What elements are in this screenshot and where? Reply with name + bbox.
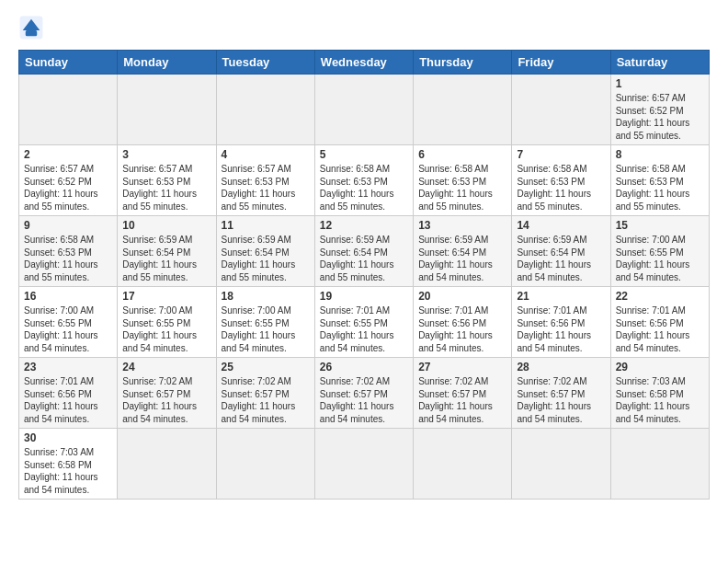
calendar-cell: 9Sunrise: 6:58 AMSunset: 6:53 PMDaylight… xyxy=(19,216,118,287)
day-number: 22 xyxy=(616,290,704,303)
calendar-cell: 23Sunrise: 7:01 AMSunset: 6:56 PMDayligh… xyxy=(19,358,118,429)
day-info: Sunrise: 7:00 AMSunset: 6:55 PMDaylight:… xyxy=(24,304,112,354)
weekday-header-sunday: Sunday xyxy=(19,51,118,75)
week-row-4: 16Sunrise: 7:00 AMSunset: 6:55 PMDayligh… xyxy=(19,287,710,358)
day-number: 17 xyxy=(122,290,210,303)
weekday-header-tuesday: Tuesday xyxy=(216,51,314,75)
weekday-header-friday: Friday xyxy=(512,51,610,75)
weekday-header-monday: Monday xyxy=(118,51,216,75)
calendar-cell: 17Sunrise: 7:00 AMSunset: 6:55 PMDayligh… xyxy=(118,287,216,358)
weekday-header-saturday: Saturday xyxy=(610,51,709,75)
calendar-cell: 8Sunrise: 6:58 AMSunset: 6:53 PMDaylight… xyxy=(610,145,709,216)
calendar-cell: 28Sunrise: 7:02 AMSunset: 6:57 PMDayligh… xyxy=(512,358,610,429)
calendar-cell: 15Sunrise: 7:00 AMSunset: 6:55 PMDayligh… xyxy=(610,216,709,287)
day-number: 18 xyxy=(222,290,310,303)
day-info: Sunrise: 7:02 AMSunset: 6:57 PMDaylight:… xyxy=(222,375,310,425)
day-number: 30 xyxy=(24,431,112,444)
day-info: Sunrise: 6:57 AMSunset: 6:52 PMDaylight:… xyxy=(616,92,704,142)
day-info: Sunrise: 7:00 AMSunset: 6:55 PMDaylight:… xyxy=(122,304,210,354)
calendar-cell: 24Sunrise: 7:02 AMSunset: 6:57 PMDayligh… xyxy=(118,358,216,429)
day-number: 7 xyxy=(517,148,605,161)
day-info: Sunrise: 7:01 AMSunset: 6:56 PMDaylight:… xyxy=(616,304,704,354)
day-info: Sunrise: 6:57 AMSunset: 6:52 PMDaylight:… xyxy=(24,163,112,213)
page: SundayMondayTuesdayWednesdayThursdayFrid… xyxy=(0,0,728,509)
calendar-cell: 3Sunrise: 6:57 AMSunset: 6:53 PMDaylight… xyxy=(118,145,216,216)
day-number: 5 xyxy=(320,148,408,161)
day-info: Sunrise: 6:58 AMSunset: 6:53 PMDaylight:… xyxy=(517,163,605,213)
calendar-cell: 7Sunrise: 6:58 AMSunset: 6:53 PMDaylight… xyxy=(512,145,610,216)
day-number: 9 xyxy=(24,219,112,232)
day-number: 20 xyxy=(418,290,506,303)
calendar-cell xyxy=(414,75,512,145)
day-info: Sunrise: 6:59 AMSunset: 6:54 PMDaylight:… xyxy=(222,234,310,283)
calendar-cell xyxy=(314,429,413,500)
weekday-header-row: SundayMondayTuesdayWednesdayThursdayFrid… xyxy=(19,51,710,75)
day-number: 8 xyxy=(616,148,704,161)
svg-rect-2 xyxy=(26,30,37,36)
calendar-cell: 2Sunrise: 6:57 AMSunset: 6:52 PMDaylight… xyxy=(19,145,118,216)
logo-icon xyxy=(18,15,44,40)
calendar-cell: 16Sunrise: 7:00 AMSunset: 6:55 PMDayligh… xyxy=(19,287,118,358)
calendar-cell xyxy=(414,429,512,500)
weekday-header-wednesday: Wednesday xyxy=(314,51,413,75)
calendar-cell: 11Sunrise: 6:59 AMSunset: 6:54 PMDayligh… xyxy=(216,216,314,287)
logo xyxy=(18,15,48,40)
calendar-cell: 1Sunrise: 6:57 AMSunset: 6:52 PMDaylight… xyxy=(610,75,709,145)
day-info: Sunrise: 7:01 AMSunset: 6:56 PMDaylight:… xyxy=(24,375,112,425)
day-number: 3 xyxy=(122,148,210,161)
day-number: 29 xyxy=(616,361,704,373)
day-info: Sunrise: 6:58 AMSunset: 6:53 PMDaylight:… xyxy=(616,163,704,213)
calendar-cell xyxy=(216,75,314,145)
calendar-cell: 20Sunrise: 7:01 AMSunset: 6:56 PMDayligh… xyxy=(414,287,512,358)
day-number: 24 xyxy=(122,361,210,373)
calendar-cell: 22Sunrise: 7:01 AMSunset: 6:56 PMDayligh… xyxy=(610,287,709,358)
day-number: 13 xyxy=(418,219,506,232)
day-number: 16 xyxy=(24,290,112,303)
calendar-cell xyxy=(314,75,413,145)
day-info: Sunrise: 6:57 AMSunset: 6:53 PMDaylight:… xyxy=(122,163,210,213)
calendar-cell: 13Sunrise: 6:59 AMSunset: 6:54 PMDayligh… xyxy=(414,216,512,287)
calendar-cell xyxy=(118,75,216,145)
day-info: Sunrise: 7:01 AMSunset: 6:56 PMDaylight:… xyxy=(517,304,605,354)
day-number: 10 xyxy=(122,219,210,232)
day-info: Sunrise: 6:59 AMSunset: 6:54 PMDaylight:… xyxy=(418,234,506,283)
calendar-cell xyxy=(512,429,610,500)
calendar-cell: 29Sunrise: 7:03 AMSunset: 6:58 PMDayligh… xyxy=(610,358,709,429)
day-number: 14 xyxy=(517,219,605,232)
week-row-1: 1Sunrise: 6:57 AMSunset: 6:52 PMDaylight… xyxy=(19,75,710,145)
calendar-cell: 18Sunrise: 7:00 AMSunset: 6:55 PMDayligh… xyxy=(216,287,314,358)
day-number: 19 xyxy=(320,290,408,303)
day-info: Sunrise: 7:02 AMSunset: 6:57 PMDaylight:… xyxy=(418,375,506,425)
calendar-cell: 19Sunrise: 7:01 AMSunset: 6:55 PMDayligh… xyxy=(314,287,413,358)
day-info: Sunrise: 7:02 AMSunset: 6:57 PMDaylight:… xyxy=(320,375,408,425)
day-info: Sunrise: 6:57 AMSunset: 6:53 PMDaylight:… xyxy=(222,163,310,213)
week-row-6: 30Sunrise: 7:03 AMSunset: 6:58 PMDayligh… xyxy=(19,429,710,500)
header xyxy=(18,15,710,40)
day-info: Sunrise: 7:00 AMSunset: 6:55 PMDaylight:… xyxy=(222,304,310,354)
day-info: Sunrise: 7:01 AMSunset: 6:55 PMDaylight:… xyxy=(320,304,408,354)
calendar-cell: 10Sunrise: 6:59 AMSunset: 6:54 PMDayligh… xyxy=(118,216,216,287)
day-number: 28 xyxy=(517,361,605,373)
day-number: 15 xyxy=(616,219,704,232)
calendar-table: SundayMondayTuesdayWednesdayThursdayFrid… xyxy=(18,50,710,500)
day-info: Sunrise: 6:59 AMSunset: 6:54 PMDaylight:… xyxy=(517,234,605,283)
day-info: Sunrise: 7:01 AMSunset: 6:56 PMDaylight:… xyxy=(418,304,506,354)
calendar-cell: 5Sunrise: 6:58 AMSunset: 6:53 PMDaylight… xyxy=(314,145,413,216)
day-info: Sunrise: 6:58 AMSunset: 6:53 PMDaylight:… xyxy=(320,163,408,213)
week-row-2: 2Sunrise: 6:57 AMSunset: 6:52 PMDaylight… xyxy=(19,145,710,216)
calendar-cell: 26Sunrise: 7:02 AMSunset: 6:57 PMDayligh… xyxy=(314,358,413,429)
week-row-5: 23Sunrise: 7:01 AMSunset: 6:56 PMDayligh… xyxy=(19,358,710,429)
day-number: 11 xyxy=(222,219,310,232)
day-number: 6 xyxy=(418,148,506,161)
day-info: Sunrise: 7:02 AMSunset: 6:57 PMDaylight:… xyxy=(122,375,210,425)
calendar-cell: 12Sunrise: 6:59 AMSunset: 6:54 PMDayligh… xyxy=(314,216,413,287)
calendar-cell xyxy=(512,75,610,145)
day-number: 21 xyxy=(517,290,605,303)
calendar-cell: 14Sunrise: 6:59 AMSunset: 6:54 PMDayligh… xyxy=(512,216,610,287)
weekday-header-thursday: Thursday xyxy=(414,51,512,75)
day-info: Sunrise: 6:59 AMSunset: 6:54 PMDaylight:… xyxy=(320,234,408,283)
calendar-cell xyxy=(610,429,709,500)
calendar-cell: 25Sunrise: 7:02 AMSunset: 6:57 PMDayligh… xyxy=(216,358,314,429)
calendar-cell xyxy=(19,75,118,145)
day-info: Sunrise: 7:03 AMSunset: 6:58 PMDaylight:… xyxy=(616,375,704,425)
